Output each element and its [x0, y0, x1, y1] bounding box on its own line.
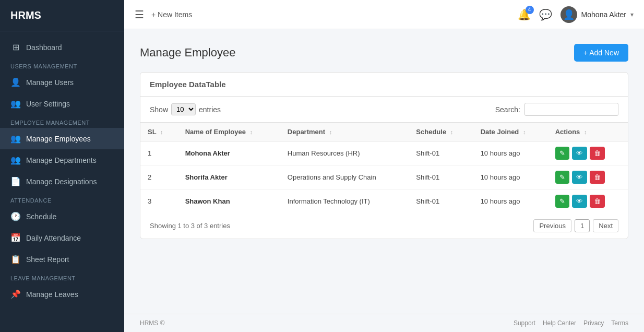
view-button[interactable]: 👁 — [572, 147, 587, 160]
view-button[interactable]: 👁 — [572, 195, 587, 208]
sidebar-label-user-settings: User Settings — [26, 100, 70, 108]
sidebar-item-daily-attendance[interactable]: 📅 Daily Attendance — [0, 227, 124, 248]
table-header-row: SL ↕ Name of Employee ↕ Department ↕ Sch… — [140, 123, 628, 141]
col-schedule: Schedule ↕ — [409, 123, 473, 141]
edit-button[interactable]: ✎ — [555, 147, 569, 160]
show-label: Show — [150, 105, 168, 114]
daily-attendance-icon: 📅 — [10, 233, 21, 243]
table-row: 2 Shorifa Akter Operations and Supply Ch… — [140, 165, 628, 189]
prev-button[interactable]: Previous — [533, 219, 571, 232]
leaves-icon: 📌 — [10, 289, 21, 299]
user-settings-icon: 👥 — [10, 99, 21, 109]
cell-dept: Human Resources (HR) — [280, 141, 409, 165]
col-name: Name of Employee ↕ — [178, 123, 280, 141]
show-entries-control: Show 10 25 50 entries — [150, 103, 221, 115]
sidebar-item-sheet-report[interactable]: 📋 Sheet Report — [0, 248, 124, 270]
sort-icon-dept: ↕ — [329, 129, 332, 135]
designations-icon: 📄 — [10, 176, 21, 186]
page-title: Manage Employee — [140, 46, 235, 60]
footer-copyright: HRMS © — [140, 319, 165, 327]
topbar-icons: 🔔 4 💬 👤 Mohona Akter ▾ — [518, 6, 634, 23]
cell-schedule: Shift-01 — [409, 189, 473, 214]
next-button[interactable]: Next — [593, 219, 618, 232]
main-area: ☰ + New Items 🔔 4 💬 👤 Mohona Akter ▾ Man… — [124, 0, 644, 332]
sidebar: HRMS ⊞ Dashboard Users Management 👤 Mana… — [0, 0, 124, 332]
cell-sl: 2 — [140, 165, 178, 189]
col-date-joined: Date Joined ↕ — [473, 123, 548, 141]
footer-link-terms[interactable]: Terms — [611, 319, 628, 327]
sidebar-item-manage-users[interactable]: 👤 Manage Users — [0, 72, 124, 93]
sort-icon-sl: ↕ — [160, 129, 163, 135]
sidebar-item-dashboard[interactable]: ⊞ Dashboard — [0, 37, 124, 58]
sidebar-item-manage-employees[interactable]: 👥 Manage Employees — [0, 128, 124, 149]
sidebar-label-daily-attendance: Daily Attendance — [26, 234, 81, 242]
table-search-control: Search: — [495, 103, 618, 116]
content-area: Manage Employee + Add New Employee DataT… — [124, 29, 644, 314]
card-title: Employee DataTable — [140, 73, 628, 97]
col-department: Department ↕ — [280, 123, 409, 141]
new-item-button[interactable]: + New Items — [151, 10, 192, 19]
delete-button[interactable]: 🗑 — [590, 171, 605, 184]
cell-actions: ✎ 👁 🗑 — [548, 165, 628, 189]
departments-icon: 👥 — [10, 155, 21, 165]
edit-button[interactable]: ✎ — [555, 171, 569, 184]
new-item-label: + New Items — [151, 10, 192, 19]
cell-name: Shawon Khan — [178, 189, 280, 214]
pagination: Previous 1 Next — [533, 219, 618, 232]
sidebar-item-schedule[interactable]: 🕐 Schedule — [0, 206, 124, 227]
cell-schedule: Shift-01 — [409, 165, 473, 189]
section-attendance: Attendance — [0, 192, 124, 206]
employee-datatable-card: Employee DataTable Show 10 25 50 entries… — [140, 72, 628, 239]
footer-link-privacy[interactable]: Privacy — [583, 319, 604, 327]
showing-text: Showing 1 to 3 of 3 entries — [150, 222, 230, 230]
menu-icon[interactable]: ☰ — [135, 8, 144, 21]
cell-name: Mohona Akter — [178, 141, 280, 165]
add-new-button[interactable]: + Add New — [574, 44, 628, 62]
sort-icon-name: ↕ — [250, 129, 253, 135]
sidebar-item-manage-departments[interactable]: 👥 Manage Departments — [0, 149, 124, 171]
footer-link-support[interactable]: Support — [514, 319, 535, 327]
sort-icon-actions: ↕ — [584, 129, 587, 135]
schedule-icon: 🕐 — [10, 211, 21, 221]
entries-select[interactable]: 10 25 50 — [171, 103, 196, 115]
sidebar-label-sheet-report: Sheet Report — [26, 255, 69, 264]
sidebar-item-manage-leaves[interactable]: 📌 Manage Leaves — [0, 283, 124, 305]
col-actions: Actions ↕ — [548, 123, 628, 141]
username-label: Mohona Akter — [581, 10, 626, 19]
table-row: 1 Mohona Akter Human Resources (HR) Shif… — [140, 141, 628, 165]
page-header: Manage Employee + Add New — [140, 44, 628, 62]
view-button[interactable]: 👁 — [572, 171, 587, 184]
section-employee-management: Employee Management — [0, 114, 124, 128]
sidebar-label-manage-users: Manage Users — [26, 78, 74, 87]
brand-logo: HRMS — [0, 0, 124, 31]
employees-icon: 👥 — [10, 134, 21, 144]
cell-date-joined: 10 hours ago — [473, 189, 548, 214]
search-label: Search: — [495, 105, 520, 114]
chat-icon[interactable]: 💬 — [539, 8, 552, 21]
dashboard-icon: ⊞ — [10, 42, 21, 52]
table-row: 3 Shawon Khan Information Technology (IT… — [140, 189, 628, 214]
sheet-report-icon: 📋 — [10, 254, 21, 264]
notification-bell[interactable]: 🔔 4 — [518, 8, 531, 21]
delete-button[interactable]: 🗑 — [590, 195, 605, 208]
action-buttons: ✎ 👁 🗑 — [555, 147, 621, 160]
edit-button[interactable]: ✎ — [555, 195, 569, 208]
cell-schedule: Shift-01 — [409, 141, 473, 165]
user-menu[interactable]: 👤 Mohona Akter ▾ — [560, 6, 634, 23]
employee-table: SL ↕ Name of Employee ↕ Department ↕ Sch… — [140, 122, 628, 213]
page-1-button[interactable]: 1 — [575, 219, 590, 232]
search-input[interactable] — [524, 103, 618, 116]
sidebar-label-dashboard: Dashboard — [26, 43, 62, 52]
sidebar-item-user-settings[interactable]: 👥 User Settings — [0, 93, 124, 114]
chevron-down-icon: ▾ — [630, 11, 634, 18]
sidebar-item-manage-designations[interactable]: 📄 Manage Designations — [0, 171, 124, 192]
sidebar-label-schedule: Schedule — [26, 212, 56, 221]
footer-link-help-center[interactable]: Help Center — [543, 319, 576, 327]
cell-date-joined: 10 hours ago — [473, 165, 548, 189]
table-footer: Showing 1 to 3 of 3 entries Previous 1 N… — [140, 213, 628, 239]
col-sl: SL ↕ — [140, 123, 178, 141]
cell-name: Shorifa Akter — [178, 165, 280, 189]
cell-actions: ✎ 👁 🗑 — [548, 189, 628, 214]
cell-sl: 1 — [140, 141, 178, 165]
delete-button[interactable]: 🗑 — [590, 147, 605, 160]
